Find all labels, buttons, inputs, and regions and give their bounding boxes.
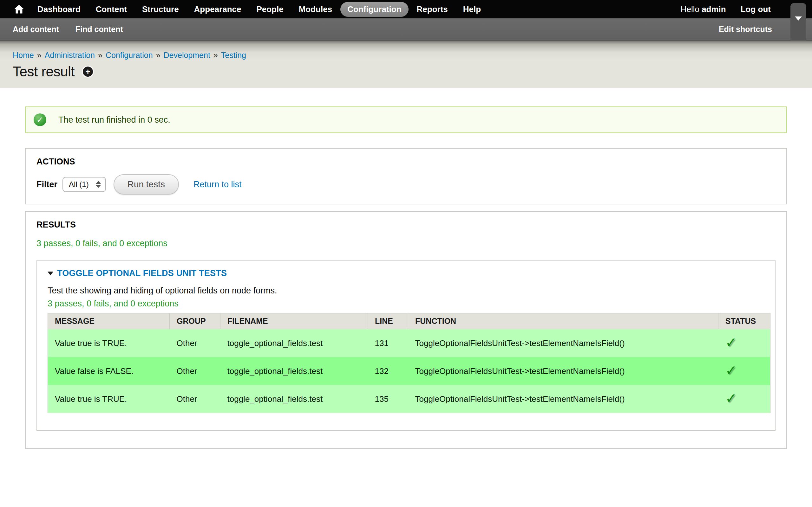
results-table: MESSAGEGROUPFILENAMELINEFUNCTIONSTATUS V… [48,313,770,413]
column-header-message: MESSAGE [48,314,170,329]
username-link[interactable]: admin [702,4,726,14]
breadcrumb-link-administration[interactable]: Administration [45,51,95,60]
toolbar-item-structure[interactable]: Structure [135,2,186,17]
cell-status: ✓ [718,357,770,385]
greeting-prefix: Hello [681,4,702,14]
cell-function: ToggleOptionalFieldsUnitTest->testElemen… [408,357,718,385]
home-button[interactable] [8,0,30,18]
cell-function: ToggleOptionalFieldsUnitTest->testElemen… [408,329,718,357]
edit-shortcuts-link[interactable]: Edit shortcuts [719,25,772,34]
status-message-text: The test run finished in 0 sec. [58,115,170,125]
toolbar-drawer-toggle[interactable] [791,3,806,41]
collapse-arrow-icon[interactable] [48,272,53,275]
toolbar-item-modules[interactable]: Modules [292,2,339,17]
cell-group: Other [170,329,220,357]
cell-line: 135 [368,385,408,413]
toolbar-item-reports[interactable]: Reports [410,2,455,17]
filter-label: Filter [37,180,57,189]
breadcrumb-link-configuration[interactable]: Configuration [106,51,153,60]
toolbar-item-people[interactable]: People [249,2,290,17]
test-group-description: Test the showing and hiding of optional … [48,286,764,296]
column-header-filename: FILENAME [220,314,368,329]
cell-message: Value false is FALSE. [48,357,170,385]
column-header-function: FUNCTION [408,314,718,329]
cell-function: ToggleOptionalFieldsUnitTest->testElemen… [408,385,718,413]
page-title: Test result [13,64,74,79]
toolbar-item-dashboard[interactable]: Dashboard [31,2,88,17]
chevron-down-icon [795,16,802,20]
check-icon: ✓ [725,337,737,348]
column-header-line: LINE [368,314,408,329]
breadcrumb-separator: » [213,51,218,60]
filter-select[interactable]: All (1) [62,177,106,192]
breadcrumb-link-development[interactable]: Development [164,51,210,60]
table-row: Value true is TRUE.Othertoggle_optional_… [48,385,770,413]
table-header-row: MESSAGEGROUPFILENAMELINEFUNCTIONSTATUS [48,314,770,329]
cell-filename: toggle_optional_fields.test [220,329,368,357]
return-to-list-link[interactable]: Return to list [194,180,242,189]
test-group-title-link[interactable]: TOGGLE OPTIONAL FIELDS UNIT TESTS [57,268,227,278]
cell-filename: toggle_optional_fields.test [220,357,368,385]
greeting-text: Hello admin [681,4,726,14]
cell-status: ✓ [718,385,770,413]
results-summary: 3 passes, 0 fails, and 0 exceptions [37,239,775,248]
add-shortcut-icon[interactable]: + [83,66,93,77]
check-icon: ✓ [725,365,737,376]
actions-fieldset: ACTIONS Filter All (1) Run tests Return … [26,148,786,205]
status-ok-icon: ✓ [34,113,46,126]
toolbar-item-appearance[interactable]: Appearance [187,2,248,17]
column-header-group: GROUP [170,314,220,329]
select-arrows-icon [96,181,101,188]
shortcut-menu: Add contentFind content [13,25,140,34]
toolbar-item-help[interactable]: Help [456,2,488,17]
cell-line: 131 [368,329,408,357]
page-header: Home»Administration»Configuration»Develo… [0,41,812,88]
results-legend: RESULTS [37,220,775,230]
breadcrumb-separator: » [156,51,160,60]
test-group-fieldset: TOGGLE OPTIONAL FIELDS UNIT TESTS Test t… [37,261,775,431]
breadcrumb: Home»Administration»Configuration»Develo… [13,51,812,60]
logout-link[interactable]: Log out [741,4,771,14]
breadcrumb-link-home[interactable]: Home [13,51,34,60]
toolbar-menu: DashboardContentStructureAppearancePeopl… [30,0,489,18]
admin-toolbar: DashboardContentStructureAppearancePeopl… [0,0,812,18]
breadcrumb-separator: » [37,51,42,60]
cell-line: 132 [368,357,408,385]
cell-group: Other [170,357,220,385]
toolbar-item-content[interactable]: Content [89,2,134,17]
main-content: ✓ The test run finished in 0 sec. ACTION… [0,107,812,449]
shortcut-bar: Add contentFind content Edit shortcuts [0,18,812,41]
status-message: ✓ The test run finished in 0 sec. [26,107,786,133]
cell-filename: toggle_optional_fields.test [220,385,368,413]
run-tests-button[interactable]: Run tests [113,174,179,194]
table-body: Value true is TRUE.Othertoggle_optional_… [48,329,770,413]
cell-message: Value true is TRUE. [48,329,170,357]
column-header-status: STATUS [718,314,770,329]
shortcut-item-add-content[interactable]: Add content [13,25,59,34]
check-icon: ✓ [725,393,737,404]
shortcut-item-find-content[interactable]: Find content [75,25,123,34]
actions-legend: ACTIONS [37,157,775,167]
test-group-summary: 3 passes, 0 fails, and 0 exceptions [48,299,764,308]
table-row: Value false is FALSE.Othertoggle_optiona… [48,357,770,385]
filter-select-value: All (1) [69,180,89,189]
home-icon [13,4,25,14]
table-row: Value true is TRUE.Othertoggle_optional_… [48,329,770,357]
toolbar-item-configuration[interactable]: Configuration [340,2,408,17]
breadcrumb-separator: » [98,51,102,60]
cell-status: ✓ [718,329,770,357]
results-fieldset: RESULTS 3 passes, 0 fails, and 0 excepti… [26,211,786,449]
cell-message: Value true is TRUE. [48,385,170,413]
cell-group: Other [170,385,220,413]
breadcrumb-link-testing[interactable]: Testing [221,51,246,60]
